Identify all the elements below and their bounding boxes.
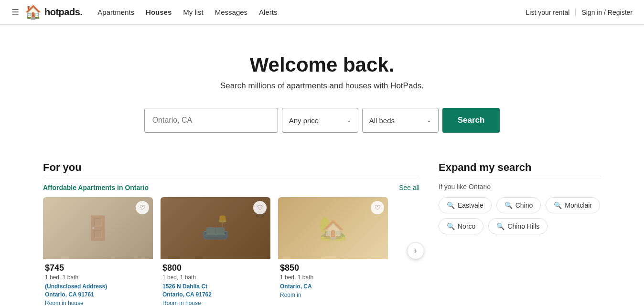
nav-apartments[interactable]: Apartments — [97, 8, 134, 16]
listing-price-3: $850 — [280, 263, 386, 273]
search-icon-montclair: 🔍 — [554, 201, 562, 209]
beds-label: All beds — [369, 116, 395, 125]
carousel-next-button[interactable]: › — [407, 243, 424, 260]
listing-info-2: $800 1 bed, 1 bath 1526 N Dahlia Ct Onta… — [161, 259, 270, 306]
listing-info-1: $745 1 bed, 1 bath (Undisclosed Address)… — [43, 259, 153, 306]
expand-title: Expand my search — [439, 161, 601, 174]
search-icon-norco: 🔍 — [447, 222, 455, 230]
hero-subtitle: Search millions of apartments and houses… — [10, 81, 634, 91]
listing-card[interactable]: 🚪 ♡ $745 1 bed, 1 bath (Undisclosed Addr… — [43, 197, 153, 306]
sign-in-link[interactable]: Sign in / Register — [581, 9, 633, 16]
search-icon-chino-hills: 🔍 — [496, 222, 504, 230]
listings-carousel: 🚪 ♡ $745 1 bed, 1 bath (Undisclosed Addr… — [43, 197, 419, 306]
search-location-input[interactable]: Ontario, CA — [144, 108, 278, 133]
nav-alerts[interactable]: Alerts — [259, 8, 277, 16]
listing-price-1: $745 — [45, 263, 151, 273]
see-all-link[interactable]: See all — [399, 184, 419, 191]
expand-divider — [439, 176, 601, 176]
listing-price-2: $800 — [162, 263, 268, 273]
expand-search-section: Expand my search If you like Ontario 🔍 E… — [439, 161, 601, 306]
hero-section: Welcome back. Search millions of apartme… — [0, 25, 644, 152]
nav-houses[interactable]: Houses — [146, 8, 172, 16]
expand-tag-chino[interactable]: 🔍 Chino — [496, 197, 541, 213]
nav-mylist[interactable]: My list — [183, 8, 204, 16]
beds-chevron-icon: ⌄ — [427, 117, 431, 124]
expand-subtitle: If you like Ontario — [439, 183, 601, 190]
hamburger-menu[interactable]: ☰ — [11, 7, 19, 18]
favorite-button-3[interactable]: ♡ — [371, 201, 384, 214]
listing-beds-2: 1 bed, 1 bath — [162, 274, 268, 281]
listing-info-3: $850 1 bed, 1 bath Ontario, CA Room in — [278, 259, 388, 300]
price-label: Any price — [289, 116, 319, 125]
list-rental-link[interactable]: List your rental — [526, 9, 570, 16]
listings-label[interactable]: Affordable Apartments in Ontario — [43, 184, 149, 191]
listing-type-1: Room in house — [45, 300, 151, 306]
for-you-section: For you Affordable Apartments in Ontario… — [43, 161, 439, 306]
favorite-button-1[interactable]: ♡ — [136, 201, 149, 214]
expand-tags: 🔍 Eastvale 🔍 Chino 🔍 Montclair 🔍 Norco 🔍… — [439, 197, 601, 234]
expand-tag-label-eastvale: Eastvale — [458, 201, 483, 209]
listing-card[interactable]: 🛋️ ♡ $800 1 bed, 1 bath 1526 N Dahlia Ct… — [161, 197, 270, 306]
for-you-divider — [43, 176, 419, 176]
logo-text: hotpads. — [44, 7, 82, 18]
price-chevron-icon: ⌄ — [346, 117, 351, 124]
for-you-title: For you — [43, 161, 419, 174]
search-button[interactable]: Search — [442, 108, 500, 133]
navbar: ☰ 🏠 hotpads. Apartments Houses My list M… — [0, 0, 644, 25]
logo[interactable]: 🏠 hotpads. — [25, 4, 82, 20]
search-icon-eastvale: 🔍 — [447, 201, 455, 209]
listing-type-3: Room in — [280, 292, 386, 298]
nav-messages[interactable]: Messages — [215, 8, 247, 16]
carousel-wrapper: 🚪 ♡ $745 1 bed, 1 bath (Undisclosed Addr… — [43, 197, 419, 306]
expand-tag-norco[interactable]: 🔍 Norco — [439, 218, 483, 234]
nav-links: Apartments Houses My list Messages Alert… — [97, 8, 277, 16]
expand-tag-montclair[interactable]: 🔍 Montclair — [546, 197, 600, 213]
expand-tag-label-montclair: Montclair — [565, 201, 592, 209]
search-bar: Ontario, CA Any price ⌄ All beds ⌄ Searc… — [10, 108, 634, 133]
nav-divider — [575, 9, 576, 16]
listing-address-1: (Undisclosed Address) Ontario, CA 91761 — [45, 283, 151, 299]
listing-beds-3: 1 bed, 1 bath — [280, 274, 386, 281]
price-dropdown[interactable]: Any price ⌄ — [282, 108, 358, 133]
expand-tag-label-chino-hills: Chino Hills — [507, 222, 539, 230]
search-icon-chino: 🔍 — [504, 201, 513, 209]
expand-tag-label-norco: Norco — [458, 222, 475, 230]
logo-icon: 🏠 — [25, 4, 42, 20]
expand-tag-eastvale[interactable]: 🔍 Eastvale — [439, 197, 492, 213]
expand-tag-label-chino: Chino — [515, 201, 533, 209]
listing-beds-1: 1 bed, 1 bath — [45, 274, 151, 281]
favorite-button-2[interactable]: ♡ — [253, 201, 267, 214]
listing-address-3: Ontario, CA — [280, 283, 386, 291]
main-content: For you Affordable Apartments in Ontario… — [0, 152, 644, 306]
listings-header: Affordable Apartments in Ontario See all — [43, 184, 419, 191]
hero-title: Welcome back. — [10, 53, 634, 76]
listing-type-2: Room in house — [162, 300, 268, 306]
listing-address-2: 1526 N Dahlia Ct Ontario, CA 91762 — [162, 283, 268, 299]
expand-tag-chino-hills[interactable]: 🔍 Chino Hills — [488, 218, 547, 234]
beds-dropdown[interactable]: All beds ⌄ — [362, 108, 439, 133]
nav-right: List your rental Sign in / Register — [526, 9, 633, 16]
listing-card[interactable]: 🏡 ♡ $850 1 bed, 1 bath Ontario, CA Room … — [278, 197, 388, 306]
